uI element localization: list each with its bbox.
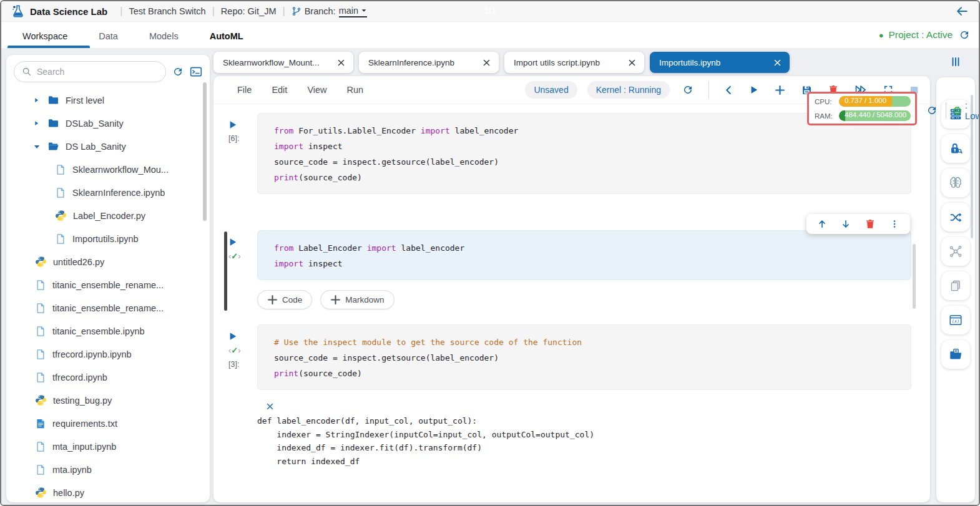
close-icon[interactable]: [628, 59, 636, 67]
app-title: Data Science Lab: [30, 6, 107, 17]
execution-count: [3]:: [228, 360, 257, 369]
ai-assist-button[interactable]: [941, 168, 970, 197]
cell-output: def label_encoder(df, input_col, output_…: [257, 402, 930, 468]
tree-item-mta-input-ipynb[interactable]: mta_input.ipynb: [6, 435, 210, 458]
ram-label: RAM:: [815, 112, 835, 120]
menu-edit[interactable]: Edit: [272, 85, 287, 95]
code-line: # Use the inspect module to get the sour…: [274, 334, 911, 350]
tree-item-sklearnworkflow-mou-[interactable]: Sklearnworkflow_Mou...: [6, 158, 210, 181]
add-markdown-cell-button[interactable]: Markdown: [320, 290, 394, 309]
chevron-right-icon[interactable]: [34, 97, 41, 103]
close-icon[interactable]: [337, 59, 345, 67]
notebook-file-icon: [35, 372, 46, 383]
notebook-file-icon: [35, 326, 46, 337]
cpu-usage-value: 0.737 / 1.000: [845, 97, 886, 104]
back-arrow-icon[interactable]: [955, 4, 969, 21]
page-indicator: 1/1: [484, 6, 496, 16]
cell-gutter: [6]:: [213, 113, 257, 143]
add-code-cell-button[interactable]: Code: [257, 290, 312, 309]
notebook-tab[interactable]: Sklearnworkflow_Mount...: [213, 52, 353, 73]
code-editor[interactable]: from Label_Encoder import label_encoderi…: [257, 230, 911, 280]
terminal-icon[interactable]: [190, 66, 202, 78]
tree-item-mta-ipynb[interactable]: mta.ipynb: [6, 458, 210, 481]
search-input[interactable]: [37, 67, 158, 77]
run-cell-icon[interactable]: [228, 120, 257, 129]
data-science-lab-window: { "colors": { "accent_blue": "#1b6eb5", …: [0, 0, 980, 506]
add-cell-icon[interactable]: [772, 85, 788, 95]
columns-icon[interactable]: [950, 56, 961, 70]
run-cell-icon[interactable]: [747, 85, 761, 94]
move-cell-down-icon[interactable]: [841, 220, 850, 228]
delete-cell-icon[interactable]: [865, 219, 875, 229]
tree-item-requirements-txt[interactable]: requirements.txt: [6, 412, 210, 435]
chevron-right-icon[interactable]: [34, 120, 41, 126]
folder-icon: [47, 94, 59, 106]
code-line: import inspect: [274, 139, 911, 154]
file-browser-button[interactable]: [941, 340, 970, 369]
sidebar-scrollbar[interactable]: [203, 82, 207, 221]
tree-item-label-encoder-py[interactable]: Label_Encoder.py: [6, 204, 210, 227]
tree-item-titanic-ensemble-rename-[interactable]: titanic_ensemble_rename...: [6, 296, 210, 319]
tree-item-label: DSLab_Sanity: [66, 119, 124, 129]
tree-item-sklearninference-ipynb[interactable]: SklearnInference.ipynb: [6, 181, 210, 204]
tab-workspace[interactable]: Workspace: [16, 24, 74, 48]
refresh-icon[interactable]: [959, 29, 970, 41]
menu-view[interactable]: View: [307, 85, 326, 95]
tree-item-ds-lab-sanity[interactable]: DS Lab_Sanity: [6, 135, 210, 158]
menu-run[interactable]: Run: [347, 85, 364, 95]
refresh-icon[interactable]: [172, 66, 184, 77]
cell-more-options-icon[interactable]: [890, 220, 899, 228]
tree-item-label: mta.ipynb: [52, 465, 92, 475]
security-lock-button[interactable]: [941, 134, 970, 163]
tab-data[interactable]: Data: [92, 24, 124, 48]
tree-item-label: hello.py: [53, 488, 84, 498]
divider: |: [283, 6, 285, 17]
divider: |: [120, 6, 122, 17]
close-output-icon[interactable]: [266, 402, 274, 411]
run-cell-icon[interactable]: [228, 238, 257, 246]
tree-item-titanic-ensemble-rename-[interactable]: titanic_ensemble_rename...: [6, 273, 210, 296]
shuffle-button[interactable]: [941, 203, 970, 231]
content-area: First levelDSLab_SanityDS Lab_SanitySkle…: [1, 49, 979, 506]
project-status: ● Project : Active: [879, 29, 953, 41]
code-line: source_code = inspect.getsource(label_en…: [274, 154, 911, 170]
close-icon[interactable]: [483, 59, 491, 67]
run-cell-icon[interactable]: [228, 332, 257, 341]
code-editor[interactable]: # Use the inspect module to get the sour…: [257, 324, 911, 390]
shuffle-icon: [949, 211, 963, 224]
selected-cell-indicator: [224, 231, 227, 311]
documents-button[interactable]: [941, 271, 970, 300]
python-file-icon: [55, 210, 67, 221]
tree-item-hello-py[interactable]: hello.py: [6, 481, 210, 502]
refresh-icon[interactable]: [924, 105, 940, 116]
notebook-tabstrip: Sklearnworkflow_Mount...SklearnInference…: [213, 49, 933, 76]
tab-models[interactable]: Models: [143, 24, 185, 48]
tree-item-label: testing_bug.py: [53, 396, 112, 406]
network-graph-button[interactable]: [941, 237, 970, 266]
tree-item-tfrecord-ipynb[interactable]: tfrecord.ipynb: [6, 366, 210, 389]
tree-item-importutils-ipynb[interactable]: Importutils.ipynb: [6, 227, 210, 250]
notebook-tab[interactable]: Importutils.ipynb: [650, 52, 790, 73]
tree-item-tfrecord-ipynb-ipynb[interactable]: tfrecord.ipynb.ipynb: [6, 343, 210, 366]
tree-item-label: Importutils.ipynb: [72, 234, 139, 244]
previous-cell-icon[interactable]: [722, 85, 736, 95]
notebook-tab[interactable]: SklearnInference.ipynb: [359, 52, 499, 73]
python-file-icon: [35, 394, 47, 406]
refresh-icon[interactable]: [680, 84, 696, 95]
tree-item-label: First level: [66, 95, 104, 105]
execution-success-icon: ‹✓›: [228, 346, 257, 355]
chevron-down-icon[interactable]: [34, 144, 41, 150]
tree-item-untitled26-py[interactable]: untitled26.py: [6, 250, 210, 273]
notebook-tab[interactable]: Import utils script.ipynb: [504, 52, 644, 73]
branch-selector[interactable]: Branch: main: [292, 6, 367, 17]
move-cell-up-icon[interactable]: [818, 220, 826, 228]
close-icon[interactable]: [773, 59, 782, 67]
tree-item-first-level[interactable]: First level: [6, 89, 210, 112]
variable-explorer-button[interactable]: (x): [941, 306, 970, 334]
tab-automl[interactable]: AutoML: [203, 24, 250, 48]
tree-item-testing-bug-py[interactable]: testing_bug.py: [6, 389, 210, 412]
menu-file[interactable]: File: [237, 85, 252, 95]
tree-item-dslab-sanity[interactable]: DSLab_Sanity: [6, 112, 210, 135]
tree-item-titanic-ensemble-ipynb[interactable]: titanic_ensemble.ipynb: [6, 319, 210, 343]
tree-item-label: tfrecord.ipynb: [52, 372, 107, 382]
